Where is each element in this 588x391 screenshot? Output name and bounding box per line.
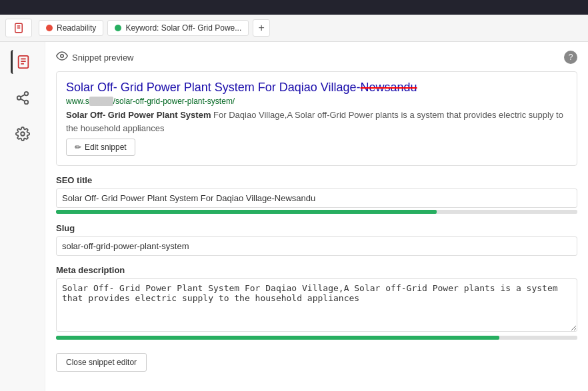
meta-description-group: Meta description Solar Off- Grid Power P… [56, 265, 577, 340]
eye-icon [56, 50, 68, 65]
tab-readability[interactable]: Readability [39, 20, 103, 36]
tab-keyword[interactable]: Keyword: Solar Off- Grid Powe... [107, 20, 249, 36]
keyword-dot [115, 25, 121, 31]
meta-description-progress [56, 336, 577, 340]
close-snippet-editor-button[interactable]: Close snippet editor [56, 353, 147, 372]
svg-point-12 [21, 132, 25, 136]
meta-description-label: Meta description [56, 265, 577, 275]
content-area: Snippet preview ? Solar Off- Grid Power … [45, 42, 588, 391]
main-layout: Snippet preview ? Solar Off- Grid Power … [0, 42, 588, 391]
seo-title-label: SEO title [56, 175, 577, 185]
seo-title-input[interactable] [56, 189, 577, 208]
snippet-preview-title: Snippet preview [56, 50, 134, 65]
readability-dot [46, 25, 53, 31]
snippet-preview-box: Solar Off- Grid Power Plant System For D… [56, 71, 577, 166]
pencil-icon: ✏ [75, 143, 81, 152]
sidebar-item-settings[interactable] [11, 122, 35, 146]
slug-group: Slug [56, 223, 577, 256]
svg-line-10 [20, 99, 24, 101]
svg-point-13 [61, 55, 64, 58]
add-tab-button[interactable]: + [253, 19, 270, 37]
preview-url: www.supplier/solar-off-grid-power-plant-… [66, 97, 567, 106]
meta-description-input[interactable]: Solar Off- Grid Power Plant System For D… [56, 278, 577, 332]
slug-label: Slug [56, 223, 577, 233]
sidebar-item-plugin[interactable] [11, 50, 35, 74]
tab-bar: Readability Keyword: Solar Off- Grid Pow… [0, 15, 588, 42]
seo-title-progress-fill [56, 210, 437, 214]
url-blur: upplier [89, 97, 113, 106]
svg-line-11 [20, 95, 24, 97]
edit-snippet-button[interactable]: ✏ Edit snippet [66, 139, 135, 156]
svg-point-8 [17, 96, 21, 100]
tab-keyword-label: Keyword: Solar Off- Grid Powe... [125, 23, 241, 33]
top-bar [0, 0, 588, 15]
tab-readability-label: Readability [57, 23, 96, 33]
svg-point-7 [24, 92, 28, 96]
sidebar-item-share[interactable] [11, 86, 35, 110]
seo-title-progress [56, 210, 577, 214]
seo-title-group: SEO title [56, 175, 577, 214]
preview-title-strikethrough: Newsandu [361, 81, 417, 94]
slug-input[interactable] [56, 236, 577, 256]
sidebar [0, 42, 45, 391]
preview-description: Solar Off- Grid Power Plant System For D… [66, 109, 567, 135]
plugin-tab-icon[interactable] [5, 19, 32, 37]
preview-title[interactable]: Solar Off- Grid Power Plant System For D… [66, 80, 567, 95]
help-icon[interactable]: ? [564, 51, 577, 64]
meta-description-progress-fill [56, 336, 499, 340]
svg-point-9 [24, 101, 28, 105]
snippet-preview-label: Snippet preview [72, 53, 134, 63]
snippet-preview-header: Snippet preview ? [56, 50, 577, 65]
